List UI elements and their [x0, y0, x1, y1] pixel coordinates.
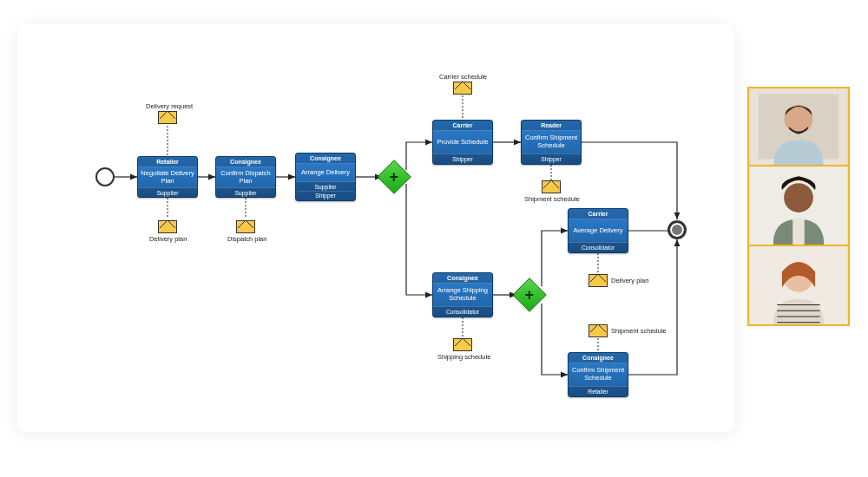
- task-title: Arrange Shipping Schedule: [433, 284, 492, 306]
- message-icon: [158, 220, 177, 233]
- task-role-bottom: Shipper: [433, 154, 492, 164]
- task-role-top: Consignee: [296, 154, 355, 164]
- avatar-icon: [749, 246, 848, 324]
- parallel-gateway-1[interactable]: +: [377, 160, 411, 194]
- role-row: Supplier: [298, 184, 353, 190]
- participant-tile-3[interactable]: [747, 246, 850, 326]
- message-icon: [542, 180, 561, 193]
- task-title: Confirm Shipment Schedule: [569, 363, 628, 386]
- message-label: Delivery request: [146, 102, 193, 110]
- svg-point-18: [784, 183, 813, 212]
- gateway-symbol: +: [390, 167, 399, 186]
- message-label: Shipment schedule: [611, 327, 667, 335]
- task-role-top: Retailer: [138, 157, 197, 167]
- end-event[interactable]: [667, 220, 687, 239]
- diagram-canvas: Retailer Negotiate Delivery Plan Supplie…: [17, 24, 734, 432]
- task-role-top: Consignee: [569, 353, 628, 363]
- participant-tile-1[interactable]: [747, 87, 850, 167]
- task-role-top: Carrier: [569, 209, 628, 219]
- role-row: Shipper: [298, 191, 353, 199]
- task-role-top: Consignee: [433, 273, 492, 284]
- message-label: Carrier schedule: [439, 73, 487, 81]
- message-icon: [453, 82, 472, 95]
- participant-tile-2[interactable]: [747, 167, 850, 246]
- message-icon: [453, 338, 472, 351]
- task-role-bottom: Consolidator: [433, 306, 492, 317]
- task-arrange-shipping-schedule[interactable]: Consignee Arrange Shipping Schedule Cons…: [432, 272, 493, 317]
- task-role-bottom: Supplier: [216, 187, 275, 198]
- task-role-bottom: Retailer: [569, 386, 628, 396]
- task-title: Confirm Dispatch Plan: [216, 167, 275, 187]
- start-event[interactable]: [95, 167, 115, 186]
- participant-tiles: [747, 87, 850, 326]
- message-label: Delivery plan: [149, 235, 187, 243]
- message-label: Shipping schedule: [437, 353, 490, 361]
- message-icon: [158, 111, 177, 124]
- task-confirm-dispatch-plan[interactable]: Consignee Confirm Dispatch Plan Supplier: [215, 156, 276, 198]
- task-confirm-shipment-schedule-lower[interactable]: Consignee Confirm Shipment Schedule Reta…: [568, 352, 628, 397]
- message-label: Shipment schedule: [524, 195, 580, 203]
- task-title: Confirm Shipment Schedule: [522, 131, 581, 154]
- task-negotiate-delivery-plan[interactable]: Retailer Negotiate Delivery Plan Supplie…: [137, 156, 198, 198]
- task-provide-schedule[interactable]: Carrier Provide Schedule Shipper: [432, 120, 493, 165]
- parallel-gateway-2[interactable]: +: [512, 278, 547, 312]
- message-icon: [589, 274, 608, 287]
- task-role-bottom: Supplier Shipper: [296, 181, 355, 200]
- message-icon: [589, 324, 608, 337]
- avatar-icon: [749, 88, 848, 165]
- task-confirm-shipment-schedule-upper[interactable]: Reader Confirm Shipment Schedule Shipper: [521, 120, 582, 165]
- message-label: Delivery plan: [611, 277, 648, 284]
- task-role-bottom: Consolidator: [569, 242, 628, 252]
- task-role-bottom: Supplier: [138, 187, 197, 198]
- task-role-top: Reader: [522, 121, 581, 131]
- svg-rect-19: [792, 219, 805, 245]
- task-average-delivery[interactable]: Carrier Average Delivery Consolidator: [568, 208, 628, 253]
- message-label: Dispatch plan: [227, 235, 266, 243]
- task-role-top: Carrier: [433, 121, 492, 131]
- task-arrange-delivery[interactable]: Consignee Arrange Delivery Supplier Ship…: [295, 153, 356, 201]
- task-title: Average Delivery: [569, 219, 628, 242]
- task-role-top: Consignee: [216, 157, 275, 167]
- task-title: Provide Schedule: [433, 131, 492, 154]
- message-icon: [236, 220, 255, 233]
- gateway-symbol: +: [525, 285, 535, 304]
- task-role-bottom: Shipper: [522, 154, 581, 164]
- task-title: Negotiate Delivery Plan: [138, 167, 197, 187]
- task-title: Arrange Delivery: [296, 164, 355, 181]
- bpmn-diagram: Retailer Negotiate Delivery Plan Supplie…: [17, 24, 734, 432]
- avatar-icon: [749, 167, 848, 245]
